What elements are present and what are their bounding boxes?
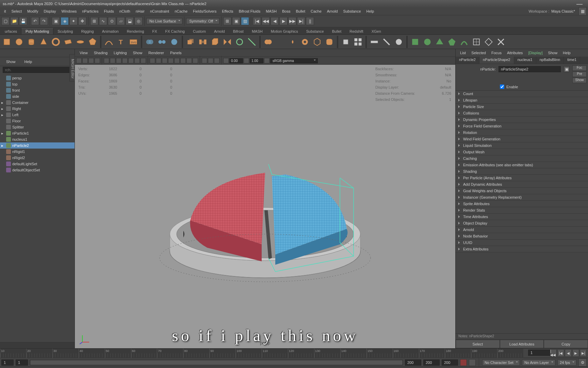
shelf-tab[interactable]: Animation xyxy=(98,28,123,34)
green-tool-2-icon[interactable] xyxy=(422,36,433,47)
shelf-tab[interactable]: XGen xyxy=(368,28,385,34)
sculpt-icon[interactable] xyxy=(393,36,404,47)
vp-ao-icon[interactable] xyxy=(180,58,186,63)
vp-xray-icon[interactable] xyxy=(208,58,213,63)
crease-icon[interactable] xyxy=(381,36,392,47)
outliner-item[interactable]: ▸nParticle1 xyxy=(0,130,75,136)
vp-bookmark-icon[interactable] xyxy=(88,58,94,63)
attr-section-header[interactable]: Output Mesh xyxy=(456,149,588,155)
shelf-tab[interactable]: Substance xyxy=(302,28,328,34)
shelf-tab[interactable]: Rigging xyxy=(77,28,98,34)
xray-icon[interactable]: ▨ xyxy=(241,17,249,25)
attr-editor-menu-item[interactable]: [Display] xyxy=(526,50,545,56)
play-back-icon[interactable]: ◀ xyxy=(271,17,279,25)
enable-checkbox[interactable] xyxy=(500,85,504,89)
vp-lights-icon[interactable] xyxy=(168,58,174,63)
main-menu-item[interactable]: Cache xyxy=(308,8,324,14)
platonic-icon[interactable] xyxy=(87,36,98,47)
snap-grid-icon[interactable]: ⊞ xyxy=(90,17,98,25)
green-tool-1-icon[interactable] xyxy=(410,36,421,47)
target-weld-icon[interactable] xyxy=(234,36,245,47)
time-slider[interactable]: 1020304050607080901001101201301401501601… xyxy=(0,348,588,358)
booleans-intersect-icon[interactable] xyxy=(287,36,298,47)
attr-editor-tab[interactable]: nParticle2 xyxy=(456,57,479,64)
booleans-diff-icon[interactable] xyxy=(275,36,286,47)
save-scene-icon[interactable]: 💾 xyxy=(19,17,27,25)
viewport-menu-item[interactable]: View xyxy=(77,50,91,56)
shelf-tab[interactable]: Rendering xyxy=(123,28,148,34)
polysphere-icon[interactable] xyxy=(14,36,24,47)
attr-section-header[interactable]: Collisions xyxy=(456,110,588,116)
viewport-menu-item[interactable]: Panels xyxy=(167,50,184,56)
film-gate-icon[interactable]: ▣ xyxy=(232,17,240,25)
snap-live-icon[interactable]: ◎ xyxy=(134,17,143,25)
vp-aa-icon[interactable] xyxy=(193,58,198,63)
outliner-search-input[interactable] xyxy=(3,67,72,73)
grid-icon[interactable]: ⊞ xyxy=(223,17,231,25)
anim-end2-input[interactable] xyxy=(442,359,458,366)
combine-icon[interactable] xyxy=(144,36,155,47)
anim-end-input[interactable] xyxy=(423,359,440,366)
vp-wireframe-icon[interactable] xyxy=(150,58,155,63)
smooth-mesh-icon[interactable] xyxy=(324,36,335,47)
attr-section-header[interactable]: Render Stats xyxy=(456,207,588,213)
workspace-selector[interactable]: Maya Classic* xyxy=(551,9,578,13)
range-slider[interactable] xyxy=(30,360,403,365)
uv-layout-icon[interactable] xyxy=(353,36,363,47)
snap-plane-icon[interactable]: ▱ xyxy=(117,17,125,25)
vp-image-plane-icon[interactable] xyxy=(95,58,100,63)
presets-button[interactable]: Pre xyxy=(572,72,587,77)
attr-section-header[interactable]: Object Display xyxy=(456,220,588,226)
shelf-tab[interactable]: Custom xyxy=(189,28,210,34)
attr-editor-tab[interactable]: nucleus1 xyxy=(514,57,536,64)
character-set-dropdown[interactable]: No Character Set xyxy=(482,359,520,366)
snap-view-icon[interactable]: ⬓ xyxy=(126,17,134,25)
new-scene-icon[interactable]: ▢ xyxy=(1,17,10,25)
main-menu-item[interactable]: MASH xyxy=(263,8,279,14)
vp-exposure-input[interactable]: 0.00 xyxy=(229,58,243,63)
shelf-tab[interactable]: Motion Graphics xyxy=(267,28,302,34)
shelf-tab[interactable]: urfaces xyxy=(1,28,21,34)
outliner-item[interactable]: nRigid2 xyxy=(0,155,75,161)
vp-safe-title-icon[interactable] xyxy=(141,58,146,63)
vp-lock-cam-icon[interactable] xyxy=(82,58,88,63)
attr-editor-tab[interactable]: time1 xyxy=(564,57,580,64)
outliner-scrollbar[interactable] xyxy=(0,342,75,348)
text-tool-icon[interactable]: T xyxy=(116,36,127,47)
vp-textured-icon[interactable] xyxy=(162,58,167,63)
vp-safe-action-icon[interactable] xyxy=(134,58,140,63)
polycube-icon[interactable] xyxy=(1,36,12,47)
main-menu-item[interactable]: Display xyxy=(41,8,59,14)
vp-res-gate-icon[interactable] xyxy=(116,58,121,63)
main-menu-item[interactable]: nConstraint xyxy=(147,8,172,14)
tree-expand-arrow[interactable]: ▸ xyxy=(1,107,5,110)
shelf-tab[interactable]: FX Caching xyxy=(161,28,189,34)
smooth-icon[interactable] xyxy=(169,36,180,47)
pause-icon[interactable]: || xyxy=(306,17,314,25)
circularize-icon[interactable] xyxy=(312,36,323,47)
vp-xray-joint-icon[interactable] xyxy=(214,58,219,63)
select-tool-icon[interactable]: ▣ xyxy=(52,17,60,25)
main-menu-item[interactable]: Modify xyxy=(24,8,41,14)
main-menu-item[interactable]: nParticles xyxy=(79,8,101,14)
main-menu-item[interactable]: Select xyxy=(9,8,25,14)
shelf-tab[interactable]: Bifrost xyxy=(229,28,248,34)
attr-section-header[interactable]: Liquid Simulation xyxy=(456,142,588,149)
lasso-tool-icon[interactable]: ◈ xyxy=(61,17,69,25)
live-surface-dropdown[interactable]: No Live Surface xyxy=(146,18,182,24)
vp-color-space-dropdown[interactable]: sRGB gamma xyxy=(270,58,318,63)
attr-editor-menu-item[interactable]: Attributes xyxy=(505,50,525,56)
bridge-icon[interactable] xyxy=(197,36,208,47)
outliner-item[interactable]: ▸nParticle2 xyxy=(0,142,75,149)
attr-section-header[interactable]: Dynamic Properties xyxy=(456,117,588,123)
set-key-button[interactable] xyxy=(460,359,467,366)
fill-hole-icon[interactable] xyxy=(299,36,310,47)
vp-gamma-icon[interactable] xyxy=(244,58,249,63)
vp-shaded-icon[interactable] xyxy=(156,58,161,63)
polydisc-icon[interactable] xyxy=(75,36,86,47)
bevel-icon[interactable] xyxy=(210,36,220,47)
attr-section-header[interactable]: Lifespan xyxy=(456,97,588,103)
playback-end-input[interactable] xyxy=(405,359,421,366)
vp-shadows-icon[interactable] xyxy=(174,58,180,63)
shelf-tab[interactable]: Redshift xyxy=(345,28,367,34)
